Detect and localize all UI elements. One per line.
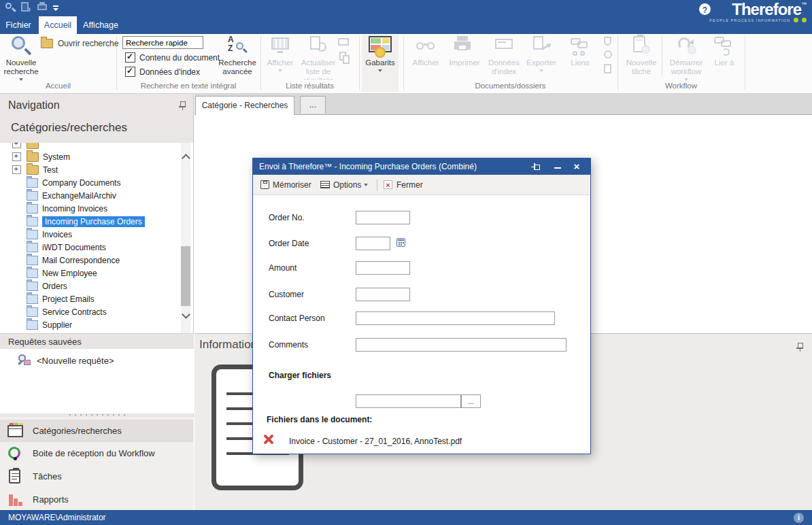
- show-results-button: Afficher: [263, 35, 298, 72]
- category-icon: [27, 307, 38, 317]
- search-icon: [7, 35, 35, 58]
- checkbox-index-data[interactable]: Données d'index: [125, 67, 200, 77]
- new-query-item[interactable]: <Nouvelle requête>: [18, 354, 114, 367]
- tree-item[interactable]: New Employee: [0, 267, 178, 280]
- category-icon: [27, 269, 38, 278]
- category-tree: System Test Company Documents ExchangeMa…: [0, 143, 193, 333]
- category-icon: [27, 217, 38, 226]
- comments-input[interactable]: [356, 338, 566, 352]
- tab-overflow[interactable]: ...: [300, 96, 326, 114]
- expander-icon[interactable]: [12, 165, 21, 174]
- glasses-icon: [412, 35, 439, 58]
- logo-tagline: PEOPLE PROCESS INFORMATION: [709, 18, 790, 22]
- options-button[interactable]: Options: [320, 175, 368, 194]
- dialog-close-button[interactable]: ×: [571, 160, 582, 171]
- tree-item[interactable]: Incoming Invoices: [0, 202, 178, 215]
- expander-icon[interactable]: [12, 152, 21, 161]
- dropdown-arrow-icon: [378, 69, 382, 72]
- info-icon[interactable]: [794, 513, 804, 523]
- tree-item[interactable]: Mail Correspondence: [0, 254, 178, 267]
- tab-fichier[interactable]: Fichier: [0, 16, 37, 34]
- browse-button[interactable]: ...: [461, 394, 481, 408]
- quick-search-input[interactable]: [122, 36, 203, 49]
- tree-item[interactable]: Invoices: [0, 228, 178, 241]
- order-no-input[interactable]: [356, 211, 410, 224]
- tree-item[interactable]: Orders: [0, 280, 178, 292]
- tab-accueil[interactable]: Accueil: [39, 16, 77, 34]
- task-clipboard-icon: [628, 35, 655, 58]
- information-panel-title: Information: [199, 338, 257, 352]
- pin-icon[interactable]: [796, 342, 804, 352]
- scroll-up-icon[interactable]: [182, 154, 190, 163]
- tree-item[interactable]: Company Documents: [0, 176, 178, 189]
- navigation-title: Navigation: [8, 99, 60, 112]
- send-to-therefore-dialog: Envoi à Therefore™ - Incoming Purchase O…: [252, 158, 591, 454]
- window-titlebar: [0, 0, 812, 16]
- close-dialog-button[interactable]: × Fermer: [384, 175, 423, 194]
- tree-item[interactable]: Service Contracts: [0, 305, 178, 318]
- status-bar: MOYAWARE\Administrator: [0, 510, 812, 525]
- nav-item-reports[interactable]: Rapports: [0, 488, 193, 511]
- open-folder-icon: [41, 39, 53, 48]
- scroll-down-icon[interactable]: [182, 310, 190, 319]
- upload-files-label: Charger fichiers: [269, 371, 331, 380]
- dialog-pin-button[interactable]: [532, 162, 543, 173]
- calendar-icon[interactable]: [396, 238, 406, 248]
- nav-item-categories[interactable]: Catégories/recherches: [0, 420, 193, 442]
- open-search-button[interactable]: Ouvrir recherche: [41, 37, 118, 50]
- nav-item-tasks[interactable]: Tâches: [0, 465, 193, 488]
- category-icon: [27, 256, 38, 265]
- remove-file-icon[interactable]: [262, 433, 275, 446]
- tree-item-system[interactable]: System: [0, 150, 178, 163]
- ribbon: Nouvelle recherche Ouvrir recherche Cont…: [0, 34, 812, 94]
- tab-category-searches[interactable]: Catégorie - Recherches: [195, 96, 294, 115]
- pin-icon[interactable]: [178, 101, 186, 110]
- customer-input[interactable]: [356, 288, 410, 301]
- navigation-panel: Navigation Catégories/recherches System …: [0, 94, 194, 510]
- view-document-button: Afficher: [408, 35, 443, 67]
- category-icon: [27, 178, 38, 188]
- category-icon: [27, 204, 38, 214]
- templates-button[interactable]: Gabarits: [362, 35, 399, 72]
- amount-input[interactable]: [356, 261, 410, 275]
- new-search-button[interactable]: Nouvelle recherche: [1, 35, 41, 81]
- template-icon: [367, 35, 394, 58]
- group-label-results: Liste résultats: [260, 82, 359, 92]
- close-red-icon: ×: [384, 180, 394, 190]
- scrollbar-thumb[interactable]: [181, 246, 190, 306]
- contact-person-input[interactable]: [356, 311, 555, 325]
- nav-item-workflow-inbox[interactable]: Boite de réception du Workflow: [0, 442, 193, 464]
- logged-in-user: MOYAWARE\Administrator: [8, 513, 106, 522]
- order-date-input[interactable]: [356, 237, 390, 250]
- dialog-minimize-button[interactable]: [552, 158, 563, 169]
- dropdown-arrow-icon: [19, 78, 23, 81]
- tree-item[interactable]: Project Emails: [0, 292, 178, 305]
- save-button[interactable]: Mémoriser: [260, 175, 311, 194]
- folder-icon: [27, 152, 39, 162]
- tree-item-test[interactable]: Test: [0, 163, 178, 176]
- category-icon: [27, 282, 38, 291]
- refresh-results-button: Actualiser liste de résultats: [299, 35, 337, 80]
- tree-item[interactable]: Supplier: [0, 318, 178, 331]
- tree-item[interactable]: ExchangeMailArchiv: [0, 189, 178, 202]
- clock-icon: [604, 50, 612, 58]
- saved-queries-header: Requêtes sauvées: [0, 333, 194, 349]
- category-icon: [27, 294, 38, 304]
- splitter-handle[interactable]: [69, 414, 125, 416]
- tree-scrollbar[interactable]: [181, 143, 190, 333]
- tree-item-selected[interactable]: Incoming Purchase Orders: [0, 215, 178, 228]
- dropdown-arrow-icon: [364, 184, 368, 186]
- saved-queries-area: <Nouvelle requête>: [0, 349, 194, 413]
- field-label-customer: Customer: [269, 290, 304, 299]
- tree-item-clipped[interactable]: [0, 143, 178, 150]
- tree-item[interactable]: iWDT Documents: [0, 241, 178, 254]
- dropdown-arrow-icon: [684, 78, 688, 81]
- tab-affichage[interactable]: Affichage: [80, 16, 122, 34]
- expander-icon[interactable]: [12, 143, 21, 148]
- dialog-toolbar: Mémoriser Options × Fermer: [253, 175, 590, 195]
- upload-file-input[interactable]: [356, 394, 461, 408]
- advanced-search-button[interactable]: A Z Recherche avancée: [216, 35, 259, 76]
- export-doc-icon: [528, 35, 555, 58]
- field-label-comments: Comments: [269, 340, 308, 350]
- checkbox-document-content[interactable]: Contenu du document: [125, 52, 220, 63]
